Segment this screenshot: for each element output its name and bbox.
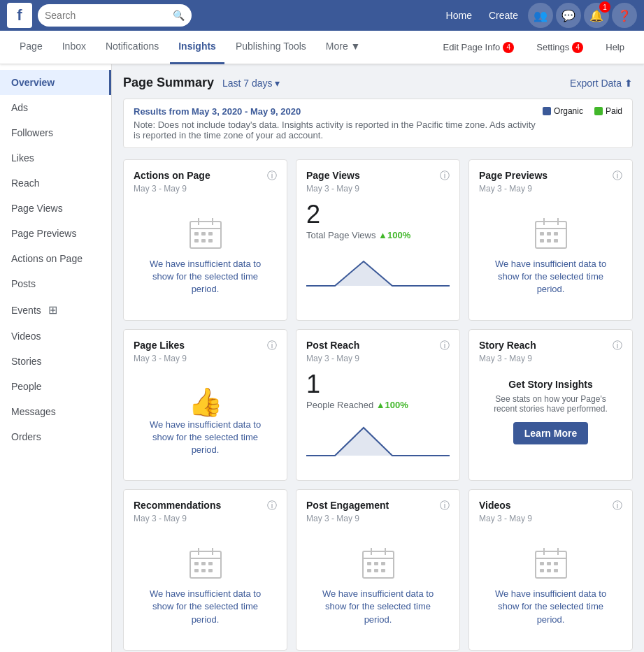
post-reach-title: Post Reach xyxy=(306,340,450,351)
svg-rect-9 xyxy=(208,239,213,242)
post-reach-info-icon[interactable]: ⓘ xyxy=(440,340,450,352)
sidebar-item-page-views[interactable]: Page Views xyxy=(0,196,111,221)
messenger-icon-btn[interactable]: 💬 xyxy=(556,3,581,28)
actions-info-icon[interactable]: ⓘ xyxy=(267,170,277,182)
export-data-btn[interactable]: Export Data ⬆ xyxy=(570,78,633,89)
svg-rect-40 xyxy=(374,569,378,572)
post-engagement-no-data: We have insufficient data to show for th… xyxy=(306,532,450,640)
post-reach-sublabel: People Reached ▲100% xyxy=(306,400,450,410)
actions-no-data-text: We have insufficient data to show for th… xyxy=(141,258,270,296)
story-reach-desc: See stats on how your Page's recent stor… xyxy=(486,394,615,414)
videos-info-icon[interactable]: ⓘ xyxy=(613,500,622,512)
svg-rect-30 xyxy=(201,569,206,572)
recommendations-info-icon[interactable]: ⓘ xyxy=(267,500,277,512)
page-likes-no-data-text: We have insufficient data to show for th… xyxy=(141,419,270,457)
sidebar-item-followers[interactable]: Followers xyxy=(0,120,111,145)
sidebar-item-orders[interactable]: Orders xyxy=(0,424,111,449)
thumbs-up-icon: 👍 xyxy=(188,386,223,419)
export-label: Export Data xyxy=(570,78,622,89)
nav-page[interactable]: Page xyxy=(11,31,51,64)
svg-rect-48 xyxy=(554,562,558,565)
top-navbar: f 🔍 Home Create 👥 💬 🔔 1 ❓ xyxy=(0,0,644,31)
events-plus-icon[interactable]: ⊞ xyxy=(48,303,57,317)
svg-rect-46 xyxy=(540,562,544,565)
nav-right: Home Create 👥 💬 🔔 1 ❓ xyxy=(439,3,637,28)
calendar-icon-3 xyxy=(188,546,223,581)
notification-badge: 1 xyxy=(599,1,610,13)
actions-no-data: We have insufficient data to show for th… xyxy=(134,202,277,310)
svg-rect-47 xyxy=(547,562,551,565)
paid-label: Paid xyxy=(606,106,622,116)
sidebar-item-stories[interactable]: Stories xyxy=(0,349,111,374)
nav-inbox[interactable]: Inbox xyxy=(54,31,94,64)
nav-more[interactable]: More ▼ xyxy=(317,31,369,64)
legend-paid: Paid xyxy=(594,106,622,116)
page-previews-no-data: We have insufficient data to show for th… xyxy=(479,202,622,310)
facebook-logo: f xyxy=(7,3,32,28)
post-engagement-info-icon[interactable]: ⓘ xyxy=(440,500,450,512)
story-reach-dates: May 3 - May 9 xyxy=(479,354,622,363)
nav-create[interactable]: Create xyxy=(482,6,525,25)
info-banner-text: Results from May 3, 2020 - May 9, 2020 N… xyxy=(134,106,543,140)
sidebar-item-overview[interactable]: Overview xyxy=(0,70,111,95)
sidebar-item-posts[interactable]: Posts xyxy=(0,271,111,296)
metric-card-actions-on-page: ⓘ Actions on Page May 3 - May 9 xyxy=(123,159,287,321)
help-icon-btn[interactable]: ❓ xyxy=(612,3,637,28)
page-likes-info-icon[interactable]: ⓘ xyxy=(267,340,277,352)
nav-insights[interactable]: Insights xyxy=(170,31,224,64)
nav-notifications[interactable]: Notifications xyxy=(97,31,167,64)
sidebar-item-videos[interactable]: Videos xyxy=(0,324,111,349)
svg-rect-17 xyxy=(554,232,558,236)
search-icon: 🔍 xyxy=(173,10,185,21)
page-views-info-icon[interactable]: ⓘ xyxy=(440,170,450,182)
recommendations-title: Recommendations xyxy=(134,500,277,511)
sidebar-item-reach[interactable]: Reach xyxy=(0,171,111,196)
metric-card-page-previews: ⓘ Page Previews May 3 - May 9 xyxy=(468,159,633,321)
sidebar-item-page-previews[interactable]: Page Previews xyxy=(0,221,111,246)
nav-home[interactable]: Home xyxy=(439,6,479,25)
post-reach-dates: May 3 - May 9 xyxy=(306,354,450,363)
svg-rect-49 xyxy=(540,569,544,572)
svg-rect-36 xyxy=(367,562,371,565)
messenger-icon: 💬 xyxy=(561,9,575,22)
sidebar-item-people[interactable]: People xyxy=(0,374,111,399)
help-btn[interactable]: Help xyxy=(597,38,633,57)
svg-rect-15 xyxy=(540,232,544,236)
story-reach-info-icon[interactable]: ⓘ xyxy=(613,340,622,352)
sidebar-item-actions-on-page[interactable]: Actions on Page xyxy=(0,246,111,271)
page-likes-no-data: 👍 We have insufficient data to show for … xyxy=(134,372,277,471)
metric-card-post-reach: ⓘ Post Reach May 3 - May 9 1 People Reac… xyxy=(296,329,460,481)
nav-publishing-tools[interactable]: Publishing Tools xyxy=(227,31,315,64)
date-range-btn[interactable]: Last 7 days ▾ xyxy=(222,78,280,89)
sidebar: Overview Ads Followers Likes Reach Page … xyxy=(0,64,112,652)
search-input[interactable] xyxy=(45,10,173,21)
sidebar-item-likes[interactable]: Likes xyxy=(0,145,111,171)
help-label: Help xyxy=(606,42,624,52)
sidebar-item-ads[interactable]: Ads xyxy=(0,95,111,120)
svg-rect-19 xyxy=(547,239,551,242)
search-bar[interactable]: 🔍 xyxy=(38,4,192,27)
settings-btn[interactable]: Settings 4 xyxy=(528,38,592,57)
videos-no-data: We have insufficient data to show for th… xyxy=(479,532,622,640)
post-engagement-no-data-text: We have insufficient data to show for th… xyxy=(313,588,443,626)
videos-dates: May 3 - May 9 xyxy=(479,514,622,523)
svg-rect-26 xyxy=(194,562,199,565)
svg-rect-41 xyxy=(381,569,385,572)
calendar-icon xyxy=(188,216,223,251)
question-icon: ❓ xyxy=(617,9,631,22)
page-previews-info-icon[interactable]: ⓘ xyxy=(613,170,622,182)
page-summary-title: Page Summary xyxy=(123,75,214,89)
recommendations-dates: May 3 - May 9 xyxy=(134,514,277,523)
svg-rect-38 xyxy=(381,562,385,565)
svg-rect-51 xyxy=(554,569,558,572)
friends-icon-btn[interactable]: 👥 xyxy=(528,3,553,28)
page-likes-title: Page Likes xyxy=(134,340,277,351)
edit-page-info-btn[interactable]: Edit Page Info 4 xyxy=(435,38,523,57)
learn-more-button[interactable]: Learn More xyxy=(513,422,588,444)
svg-rect-28 xyxy=(208,562,213,565)
svg-rect-18 xyxy=(540,239,544,242)
notifications-icon-btn[interactable]: 🔔 1 xyxy=(584,3,609,28)
sidebar-item-messages[interactable]: Messages xyxy=(0,399,111,424)
recommendations-no-data-text: We have insufficient data to show for th… xyxy=(141,588,270,626)
sidebar-item-events[interactable]: Events ⊞ xyxy=(0,296,111,324)
